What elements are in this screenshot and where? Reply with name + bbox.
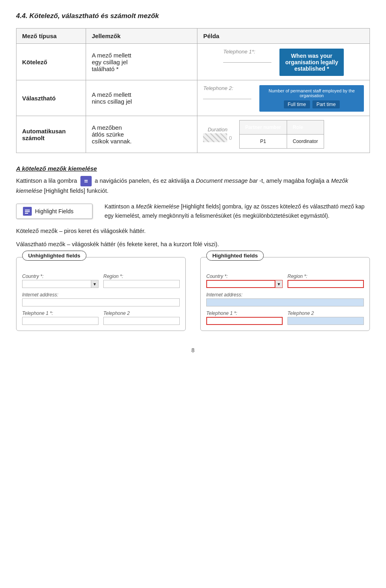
page-number: 8: [16, 347, 370, 353]
highlighted-tel1: Telephone 1 *:: [206, 310, 283, 325]
section-title: A kötelező mezők kiemelése: [16, 165, 370, 172]
highlight-fields-area: Highlight Fields Kattintson a Mezők kiem…: [16, 202, 370, 220]
unhighlighted-region: Region *:: [103, 274, 180, 288]
svg-rect-1: [84, 180, 88, 181]
unhighlighted-tel2: Telephone 2: [103, 310, 180, 325]
szamolt-duration-label: Duration: [203, 127, 232, 133]
kotelező-field-label: Telephone 1*:: [223, 49, 271, 55]
highlighted-row3: Telephone 1 *: Telephone 2: [206, 310, 364, 325]
main-table: Mező típusa Jellemzők Példa Kötelező A m…: [16, 28, 370, 153]
col-header-example: Példa: [197, 29, 370, 44]
intro-text2: a navigációs panelen, és ez aktiválja a: [95, 178, 194, 184]
required-note: Kötelező mezők – piros keret és világosk…: [16, 227, 370, 236]
intro-paragraph: Kattintson a lila gombra a navigációs pa…: [16, 176, 370, 196]
col-header-char: Jellemzők: [86, 29, 197, 44]
col-header-type: Mező típusa: [16, 29, 86, 44]
unhighlighted-title: Unhighlighted fields: [22, 251, 86, 261]
row-example-valasztható: Telephone 2: Number of permanent staff e…: [197, 80, 370, 116]
unhighlighted-row3: Telephone 1 *: Telephone 2: [22, 310, 180, 325]
svg-rect-5: [25, 213, 28, 214]
intro-text3: -t, amely magába foglalja a: [259, 178, 329, 184]
highlighted-box: Highlighted fields Country *: ▼ Region *…: [200, 257, 370, 331]
fields-examples: Unhighlighted fields Country *: ▼ Region…: [16, 257, 370, 331]
partner-val1: P1: [239, 135, 287, 149]
optional-note: Választható mezők – világoskék háttér (é…: [16, 240, 370, 249]
hatch-pattern: [203, 133, 227, 142]
highlight-fields-button[interactable]: Highlight Fields: [16, 204, 92, 219]
unhighlighted-country: Country *: ▼: [22, 274, 99, 288]
svg-rect-0: [84, 179, 88, 184]
intro-text1: Kattintson a lila gombra: [16, 178, 77, 184]
unhighlighted-tel1: Telephone 1 *:: [22, 310, 99, 325]
row-example-kotelező: Telephone 1*: When was your organisation…: [197, 44, 370, 80]
svg-rect-4: [25, 211, 30, 212]
partner-val2: Coordinator: [287, 135, 324, 149]
unhighlighted-row2: Internet address:: [22, 292, 180, 306]
table-row: Választható A mező mellett nincs csillag…: [16, 80, 370, 116]
unhighlighted-internet: Internet address:: [22, 292, 180, 306]
highlighted-region: Region *:: [287, 274, 364, 288]
valasztható-btn1: Full time: [284, 100, 310, 108]
dropdown-btn-highlighted[interactable]: ▼: [275, 280, 283, 288]
highlighted-title: Highlighted fields: [206, 251, 264, 261]
partner-table: Partner number Role P1 Coordinator: [239, 120, 324, 149]
row-desc-szamolt: A mezőben átlós szürke csíkok vannak.: [86, 116, 197, 153]
table-row: Kötelező A mező mellett egy csillag jel …: [16, 44, 370, 80]
unhighlighted-box: Unhighlighted fields Country *: ▼ Region…: [16, 257, 186, 331]
highlighted-country: Country *: ▼: [206, 274, 283, 288]
highlighted-internet: Internet address:: [206, 292, 364, 306]
row-desc-kotelező: A mező mellett egy csillag jel található…: [86, 44, 197, 80]
kotelező-blue-box: When was your organisation legally estab…: [279, 49, 344, 76]
lila-gombra-icon: [80, 176, 92, 186]
page-title: 4.4. Kötelező, választható és számolt me…: [16, 12, 370, 20]
highlight-fields-label: Highlight Fields: [35, 208, 74, 214]
partner-col2: Role: [287, 120, 324, 135]
valasztható-btn2: Part time: [312, 100, 340, 108]
highlighted-row1: Country *: ▼ Region *:: [206, 274, 364, 288]
highlight-fields-desc: Kattintson a Mezők kiemelése [Highlight …: [105, 202, 370, 220]
svg-rect-2: [84, 182, 88, 182]
row-type-szamolt: Automatikusan számolt: [16, 116, 86, 153]
valasztható-blue-box: Number of permanent staff employed by th…: [259, 85, 364, 112]
highlight-fields-icon: [23, 207, 32, 216]
dropdown-btn[interactable]: ▼: [91, 280, 99, 288]
row-type-kotelező: Kötelező: [16, 44, 86, 80]
svg-rect-3: [25, 210, 30, 210]
intro-italic: Document message bar: [196, 178, 258, 184]
intro-text4: [Highlight fields] funkciót.: [44, 188, 108, 194]
row-example-szamolt: Duration 0 Partner number Role: [197, 116, 370, 153]
highlighted-tel2: Telephone 2: [287, 310, 364, 325]
row-desc-valasztható: A mező mellett nincs csillag jel: [86, 80, 197, 116]
unhighlighted-row1: Country *: ▼ Region *:: [22, 274, 180, 288]
row-type-valasztható: Választható: [16, 80, 86, 116]
table-row: Automatikusan számolt A mezőben átlós sz…: [16, 116, 370, 153]
partner-col1: Partner number: [239, 120, 287, 135]
valasztható-field-label: Telephone 2:: [203, 85, 251, 91]
highlighted-row2: Internet address:: [206, 292, 364, 306]
